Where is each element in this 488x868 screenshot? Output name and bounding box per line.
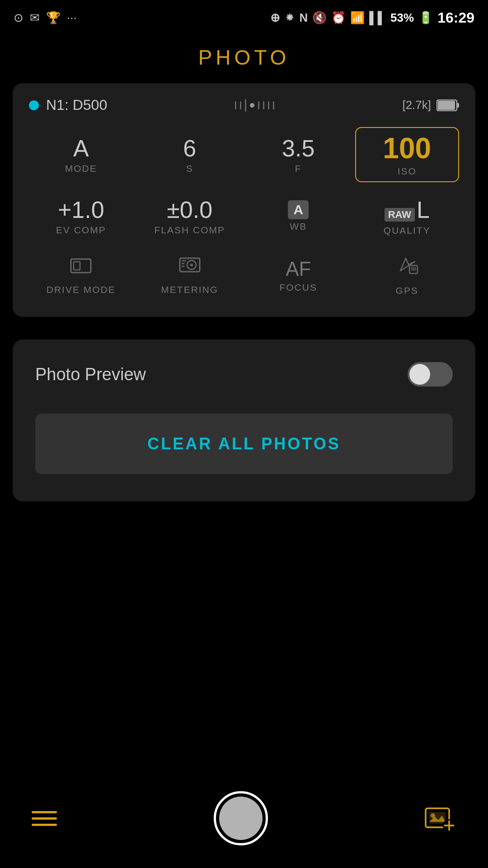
gps-label: GPS [396,285,418,296]
ev-comp-value: +1.0 [58,197,104,223]
setting-aperture[interactable]: 3.5 F [246,127,351,182]
menu-button[interactable] [32,811,57,826]
mute-icon: 🔇 [312,11,327,25]
camera-name-group: N1: D500 [29,97,107,113]
exp-tick-7 [273,101,274,109]
signal-icon: ▌▌ [369,11,386,25]
status-bar: ⊙ ✉ 🏆 ··· ⊕ ⁕ N 🔇 ⏰ 📶 ▌▌ 53% 🔋 16:29 [0,0,488,32]
camera-card: N1: D500 [2.7k] A MODE 6 [13,83,475,317]
email-icon: ✉ [30,11,40,25]
setting-metering[interactable]: METERING [138,250,242,301]
drive-mode-label: DRIVE MODE [47,284,116,295]
flash-comp-value: ±0.0 [167,197,212,223]
photo-preview-label: Photo Preview [35,365,146,384]
camera-battery-group: [2.7k] [402,98,459,112]
shutter-button[interactable] [214,791,268,845]
more-icon: ··· [67,11,77,25]
quality-badge: RAW L [385,196,430,223]
clear-all-photos-button[interactable]: CLEAR ALL PHOTOS [35,414,453,474]
raw-badge: RAW [385,208,415,222]
exp-tick-2 [240,101,241,109]
iso-label: ISO [398,166,417,177]
mode-value: A [73,136,89,161]
battery-percent: 53% [390,11,414,25]
gps-icon [396,255,418,279]
setting-mode[interactable]: A MODE [29,127,133,182]
setting-quality[interactable]: RAW L QUALITY [355,191,460,241]
focus-label: FOCUS [280,282,318,293]
wb-label: WB [290,221,307,232]
iso-value: 100 [383,132,431,164]
svg-point-10 [190,264,193,266]
exp-tick-5 [263,101,264,109]
setting-gps[interactable]: GPS [355,250,460,301]
shutter-inner [219,797,263,840]
exposure-bar [234,99,275,112]
exp-tick-3 [245,99,246,112]
svg-rect-13 [411,267,416,271]
exp-tick-1 [235,101,236,109]
wifi-icon: 📶 [350,11,365,25]
aperture-label: F [295,163,302,174]
trophy-icon: 🏆 [46,11,61,25]
setting-focus[interactable]: AF FOCUS [246,250,351,301]
settings-grid: A MODE 6 S 3.5 F 100 ISO +1.0 EV COMP ±0… [29,127,459,301]
svg-rect-4 [74,262,80,270]
nfc-icon: N [299,11,308,25]
setting-shutter[interactable]: 6 S [138,127,242,182]
setting-ev-comp[interactable]: +1.0 EV COMP [29,191,133,241]
quality-label: QUALITY [384,225,431,236]
svg-rect-2 [438,101,455,110]
mode-label: MODE [65,163,97,174]
status-left-icons: ⊙ ✉ 🏆 ··· [14,11,77,25]
exp-tick-4 [258,101,259,109]
svg-rect-1 [457,103,459,108]
page-title: PHOTO [0,45,488,70]
setting-drive-mode[interactable]: DRIVE MODE [29,250,133,301]
focus-value: AF [286,258,311,280]
metering-label: METERING [161,284,218,295]
metering-icon [179,255,201,278]
shutter-value: 6 [183,136,196,161]
exp-dot [250,103,254,108]
battery-icon: 🔋 [418,11,433,25]
ev-comp-label: EV COMP [56,225,106,236]
shot-count: [2.7k] [402,98,431,112]
photo-preview-card: Photo Preview CLEAR ALL PHOTOS [13,340,475,501]
bottom-nav [0,778,488,868]
setting-flash-comp[interactable]: ±0.0 FLASH COMP [138,191,242,241]
quality-value: L [417,196,430,223]
toggle-knob [409,364,430,385]
camera-name: N1: D500 [46,97,107,113]
circle-icon: ⊙ [14,11,23,25]
exp-tick-6 [268,101,269,109]
setting-iso[interactable]: 100 ISO [355,127,460,182]
flash-comp-label: FLASH COMP [154,225,225,236]
aperture-value: 3.5 [282,136,314,161]
gallery-button[interactable] [425,805,456,832]
wb-value: A [288,200,309,219]
location-icon: ⊕ [270,11,280,25]
setting-wb[interactable]: A WB [246,191,351,241]
photo-preview-toggle[interactable] [408,362,453,387]
shutter-label: S [186,163,193,174]
drive-mode-icon [70,255,92,278]
photo-preview-row: Photo Preview [35,362,453,387]
status-time: 16:29 [437,9,474,26]
camera-header: N1: D500 [2.7k] [29,97,459,113]
bluetooth-icon: ⁕ [285,11,295,25]
connection-indicator [29,100,39,110]
alarm-icon: ⏰ [331,11,346,25]
camera-battery-icon [436,99,459,111]
status-right-icons: ⊕ ⁕ N 🔇 ⏰ 📶 ▌▌ 53% 🔋 16:29 [270,9,474,26]
